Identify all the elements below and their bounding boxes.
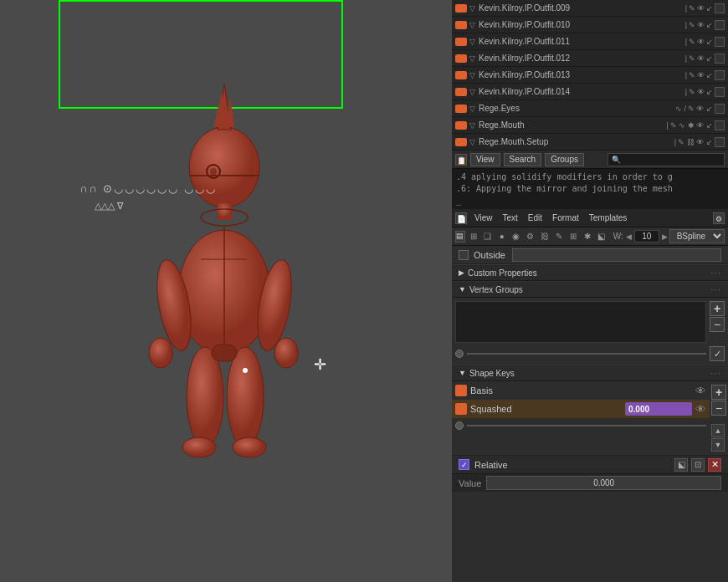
console-search-input[interactable]: 🔍 (608, 153, 725, 166)
vertex-groups-header[interactable]: ▼ Vertex Groups ··· (452, 281, 728, 298)
sk-scroll-up[interactable]: ▲ (711, 424, 725, 437)
console-area: 📋 View Search Groups 🔍 .4 aplying solidi… (452, 151, 728, 209)
toolbar-group: ⊞ ❏ ● ◉ ⚙ ⛓ ✎ ⊞ ✱ ⬕ (467, 230, 608, 243)
shape-key-squashed[interactable]: Squashed 0.000 👁 (452, 400, 710, 418)
custom-properties-header[interactable]: ▶ Custom Properties ··· (452, 264, 728, 281)
sk-dots: ··· (710, 367, 721, 379)
outliner-row-rege-mouth[interactable]: ▽ Rege.Mouth | ✎ ∿ ✱ 👁 ↙ (452, 117, 728, 134)
console-cursor: _ (456, 195, 724, 207)
outliner-row[interactable]: ▽ Kevin.Kilroy.IP.Outfit.011 | ✎ 👁 ↙ (452, 33, 728, 50)
rel-icon-1[interactable]: ⬕ (674, 458, 688, 472)
outliner-row-rege-mouth-setup[interactable]: ▽ Rege.Mouth.Setup | ✎ ⛓ 👁 ↙ (452, 134, 728, 151)
console-groups-btn[interactable]: Groups (545, 153, 584, 166)
toolbar-icon-1[interactable]: ⊞ (467, 230, 480, 243)
relative-label: Relative (474, 460, 669, 470)
outliner-row-icons: ∿ / ✎ 👁 ↙ (675, 104, 725, 114)
toolbar-icon-10[interactable]: ⬕ (595, 230, 608, 243)
toolbar-icon-3[interactable]: ● (495, 230, 509, 243)
sk-name-squashed: Squashed (470, 404, 622, 414)
character-model (100, 50, 351, 535)
vg-controls: ✓ (455, 346, 725, 361)
value-input[interactable] (486, 476, 721, 490)
editor-settings-btn[interactable]: ⚙ (713, 212, 725, 224)
custom-props-arrow: ▶ (459, 268, 464, 277)
value-label: Value (459, 478, 481, 488)
outliner-row-rege-eyes[interactable]: ▽ Rege.Eyes ∿ / ✎ 👁 ↙ (452, 100, 728, 117)
vertex-groups-list[interactable] (455, 301, 706, 343)
outliner-row-icons: | ✎ 👁 ↙ (685, 20, 725, 30)
editor-format-menu[interactable]: Format (550, 212, 582, 223)
vg-dots: ··· (710, 283, 721, 295)
toolbar-btn-1[interactable]: ▤ (455, 231, 465, 242)
vg-check-button[interactable]: ✓ (710, 346, 725, 361)
outside-checkbox-box[interactable] (459, 250, 469, 260)
outliner-item-name: Kevin.Kilroy.IP.Outfit.012 (477, 54, 685, 63)
outliner: ▽ Kevin.Kilroy.IP.Outfit.009 | ✎ 👁 ↙ ▽ K… (452, 0, 728, 151)
sk-bar[interactable]: 0.000 (625, 402, 692, 416)
editor-text-menu[interactable]: Text (500, 212, 520, 223)
toolbar-icon-5[interactable]: ⚙ (524, 230, 537, 243)
sk-value: 0.000 (628, 405, 649, 414)
viewport-3d[interactable]: ∩∩ ⊙◡◡◡◡◡◡ ◡◡◡ △△△ ∇ ✛ (0, 0, 452, 582)
editor-edit-menu[interactable]: Edit (525, 212, 545, 223)
outliner-row-icons: | ✎ 👁 ↙ (685, 87, 725, 97)
editor-view-menu[interactable]: View (472, 212, 495, 223)
w-field: W: ◀ ▶ (613, 230, 668, 242)
editor-header: 📄 View Text Edit Format Templates ⚙ (452, 209, 728, 227)
sk-eye-basis[interactable]: 👁 (695, 385, 706, 397)
sk-remove-button[interactable]: − (711, 401, 726, 416)
relative-icons: ⬕ ⊡ ✕ (674, 458, 721, 472)
sk-arrow: ▼ (459, 369, 466, 377)
rel-close-button[interactable]: ✕ (708, 458, 721, 472)
console-line2: .6: Appying the mirror and joining the m… (456, 183, 724, 195)
svg-point-19 (210, 168, 217, 175)
shape-keys-label: Shape Keys (469, 369, 515, 378)
outliner-item-name: Kevin.Kilroy.IP.Outfit.013 (477, 70, 685, 79)
rel-icon-2[interactable]: ⊡ (691, 458, 705, 472)
sk-eye-squashed[interactable]: 👁 (695, 403, 706, 416)
right-panel: ▽ Kevin.Kilroy.IP.Outfit.009 | ✎ 👁 ↙ ▽ K… (452, 0, 728, 582)
toolbar-icon-9[interactable]: ✱ (581, 230, 594, 243)
outliner-item-name: Kevin.Kilroy.IP.Outfit.010 (477, 20, 685, 29)
sk-value-bar: 0.000 👁 (625, 402, 706, 416)
outliner-item-name: Kevin.Kilroy.IP.Outfit.009 (477, 3, 685, 13)
toolbar-icon-6[interactable]: ⛓ (538, 230, 551, 243)
console-search-btn[interactable]: Search (504, 153, 542, 166)
vg-remove-button[interactable]: − (710, 317, 725, 332)
svg-rect-5 (218, 203, 233, 220)
svg-point-11 (227, 347, 264, 447)
shape-keys-header[interactable]: ▼ Shape Keys ··· (452, 365, 728, 381)
relative-checkbox[interactable]: ✓ (459, 459, 469, 470)
vg-add-button[interactable]: + (710, 301, 725, 316)
relative-section: ✓ Relative ⬕ ⊡ ✕ (452, 455, 728, 473)
outliner-row[interactable]: ▽ Kevin.Kilroy.IP.Outfit.014 | ✎ 👁 ↙ (452, 84, 728, 100)
console-view-btn[interactable]: View (470, 153, 500, 166)
outliner-row[interactable]: ▽ Kevin.Kilroy.IP.Outfit.009 | ✎ 👁 ↙ (452, 0, 728, 17)
outliner-item-name: Rege.Eyes (477, 104, 675, 113)
sk-scroll-down[interactable]: ▼ (711, 438, 725, 452)
toolbar-icon-2[interactable]: ❏ (481, 230, 495, 243)
svg-point-1 (189, 127, 259, 207)
w-dec[interactable]: ◀ (626, 232, 632, 241)
custom-properties-label: Custom Properties (468, 268, 537, 278)
sk-add-button[interactable]: + (711, 385, 726, 400)
outside-value-field[interactable] (512, 248, 721, 262)
toolbar-icon-8[interactable]: ⊞ (567, 230, 580, 243)
w-value-input[interactable] (634, 230, 659, 242)
sk-icon-basis (455, 385, 467, 396)
toolbar-icon-4[interactable]: ◉ (510, 230, 523, 243)
vg-arrow: ▼ (459, 285, 466, 294)
editor-templates-menu[interactable]: Templates (587, 212, 630, 223)
outliner-row[interactable]: ▽ Kevin.Kilroy.IP.Outfit.013 | ✎ 👁 ↙ (452, 67, 728, 84)
interpolation-select[interactable]: BSpline (669, 229, 725, 243)
shape-keys-content: Basis 👁 Squashed 0.000 👁 (452, 381, 728, 455)
console-icon: 📋 (455, 154, 467, 166)
w-inc[interactable]: ▶ (662, 232, 668, 241)
toolbar-icon-7[interactable]: ✎ (552, 230, 566, 243)
svg-rect-16 (212, 345, 237, 361)
outliner-row[interactable]: ▽ Kevin.Kilroy.IP.Outfit.010 | ✎ 👁 ↙ (452, 17, 728, 33)
outliner-row[interactable]: ▽ Kevin.Kilroy.IP.Outfit.012 | ✎ 👁 ↙ (452, 50, 728, 67)
shape-key-basis[interactable]: Basis 👁 (452, 381, 710, 400)
center-dot (243, 368, 248, 373)
properties-panel: ▶ Custom Properties ··· ▼ Vertex Groups … (452, 264, 728, 582)
